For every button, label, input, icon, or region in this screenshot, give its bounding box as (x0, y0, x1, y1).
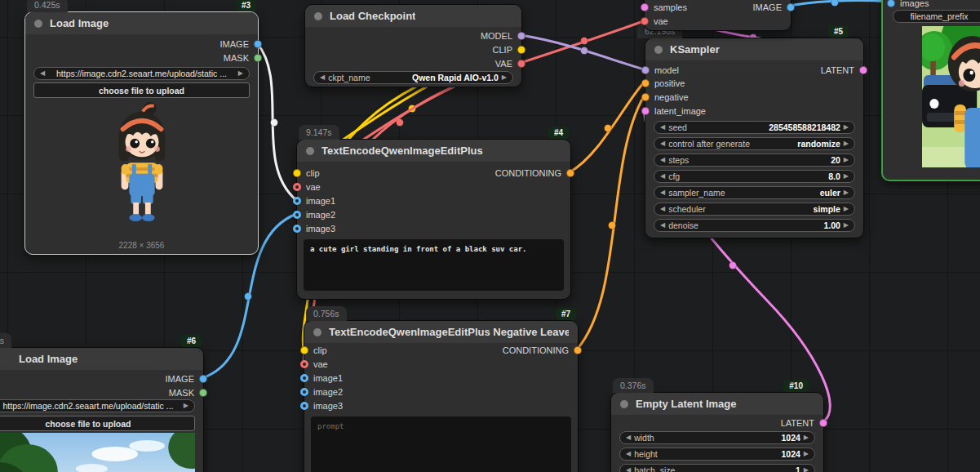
combo-next-icon[interactable]: ▶ (804, 467, 809, 472)
model-output-port[interactable] (517, 32, 525, 40)
latent-output-port[interactable] (819, 419, 827, 427)
latent-image-input-port[interactable] (641, 107, 650, 115)
combo-next-icon[interactable]: ▶ (844, 124, 849, 131)
image-output-port[interactable] (254, 40, 262, 48)
combo-next-icon[interactable]: ▶ (844, 206, 849, 212)
input-clip: clip (293, 167, 320, 179)
node-load-image-3[interactable]: 0.425s #3 Load Image IMAGE MASK ◀ https:… (24, 11, 259, 255)
output-clip: CLIP (493, 44, 525, 56)
node-titlebar[interactable]: Load Checkpoint (305, 5, 521, 27)
collapse-dot-icon[interactable] (654, 46, 663, 54)
scheduler-combo[interactable]: ◀ scheduler simple ▶ (654, 203, 855, 216)
vae-output-port[interactable] (517, 60, 525, 68)
cfg-combo[interactable]: ◀ cfg 8.0 ▶ (654, 170, 855, 183)
latent-output-port[interactable] (859, 66, 867, 74)
combo-prev-icon[interactable]: ◀ (40, 70, 45, 77)
collapse-dot-icon[interactable] (34, 20, 42, 28)
width-combo[interactable]: ◀ width 1024 ▶ (619, 431, 815, 444)
ckpt-name-combo[interactable]: ◀ ckpt_name Qwen Rapid AIO-v1.0 ▶ (313, 71, 513, 84)
combo-prev-icon[interactable]: ◀ (660, 157, 665, 163)
collapse-dot-icon[interactable] (306, 147, 314, 155)
node-id-badge: #5 (828, 25, 849, 38)
height-combo[interactable]: ◀ height 1024 ▶ (619, 448, 815, 461)
node-load-image-6[interactable]: 30s #6 Load Image IMAGE MASK ◀ https://i… (0, 347, 204, 472)
image-output-port[interactable] (787, 3, 795, 11)
samples-input-port[interactable] (641, 3, 649, 11)
conditioning-output-port[interactable] (566, 169, 574, 177)
image-dimensions-caption: 2228 × 3656 (25, 241, 258, 250)
steps-combo[interactable]: ◀ steps 20 ▶ (654, 154, 855, 167)
clip-input-port[interactable] (293, 169, 301, 177)
node-empty-latent[interactable]: 0.376s #10 Empty Latent Image LATENT ◀ w… (610, 392, 824, 472)
combo-next-icon[interactable]: ▶ (184, 403, 188, 409)
node-titlebar[interactable]: Load Image (0, 348, 203, 370)
node-titlebar[interactable]: TextEncodeQwenImageEditPlus Negative Lea… (304, 321, 578, 343)
combo-next-icon[interactable]: ▶ (804, 451, 809, 457)
positive-input-port[interactable] (641, 79, 650, 87)
combo-prev-icon[interactable]: ◀ (660, 173, 665, 180)
conditioning-output-port[interactable] (574, 346, 582, 354)
combo-next-icon[interactable]: ▶ (502, 74, 507, 81)
image3-input-port[interactable] (300, 402, 308, 410)
node-text-encode-negative[interactable]: 0.756s #7 TextEncodeQwenImageEditPlus Ne… (304, 320, 579, 472)
collapse-dot-icon[interactable] (620, 400, 628, 408)
image3-input-port[interactable] (293, 225, 301, 233)
node-vae-decode[interactable]: samples vae IMAGE (644, 0, 792, 31)
combo-prev-icon[interactable]: ◀ (660, 206, 665, 212)
image-url-combo[interactable]: ◀ https://image.cdn2.seaart.me/upload/st… (0, 399, 195, 412)
combo-prev-icon[interactable]: ◀ (320, 74, 325, 81)
node-titlebar[interactable]: Load Image (25, 12, 258, 34)
node-load-checkpoint[interactable]: Load Checkpoint MODEL CLIP VAE ◀ ckpt_na… (304, 4, 522, 87)
node-titlebar[interactable]: TextEncodeQwenImageEditPlus (297, 140, 570, 162)
clip-input-port[interactable] (300, 346, 308, 354)
image-url-combo[interactable]: ◀ https://image.cdn2.seaart.me/upload/st… (33, 67, 250, 80)
output-image: IMAGE (220, 38, 262, 50)
combo-prev-icon[interactable]: ◀ (660, 124, 665, 131)
images-input-port[interactable] (887, 0, 895, 7)
combo-next-icon[interactable]: ▶ (804, 434, 809, 441)
node-titlebar[interactable]: Empty Latent Image (611, 393, 823, 415)
node-title: TextEncodeQwenImageEditPlus Negative Lea… (329, 326, 569, 338)
node-ksampler[interactable]: 62.198s #5 KSampler model positive negat… (645, 38, 864, 238)
combo-prev-icon[interactable]: ◀ (660, 222, 665, 229)
seed-combo[interactable]: ◀ seed 285458588218482 ▶ (654, 121, 855, 134)
filename-prefix-combo[interactable]: filename_prefix (893, 10, 980, 23)
combo-next-icon[interactable]: ▶ (238, 70, 243, 77)
image1-input-port[interactable] (300, 374, 308, 382)
batch-size-combo[interactable]: ◀ batch_size 1 ▶ (619, 464, 815, 472)
image2-input-port[interactable] (300, 388, 308, 396)
combo-prev-icon[interactable]: ◀ (660, 140, 665, 147)
combo-next-icon[interactable]: ▶ (844, 173, 849, 180)
vae-input-port[interactable] (641, 17, 649, 25)
prompt-textarea[interactable]: a cute girl standing in front of a black… (304, 239, 564, 291)
image1-input-port[interactable] (293, 197, 301, 205)
prompt-textarea[interactable]: prompt (311, 416, 571, 472)
combo-next-icon[interactable]: ▶ (844, 222, 849, 229)
vae-input-port[interactable] (293, 183, 301, 191)
control-after-generate-combo[interactable]: ◀ control after generate randomize ▶ (654, 137, 855, 150)
choose-file-button[interactable]: choose file to upload (0, 416, 195, 431)
combo-prev-icon[interactable]: ◀ (626, 451, 631, 457)
mask-output-port[interactable] (254, 54, 262, 62)
collapse-dot-icon[interactable] (313, 328, 321, 336)
negative-input-port[interactable] (641, 93, 650, 101)
denoise-combo[interactable]: ◀ denoise 1.00 ▶ (654, 219, 855, 232)
combo-prev-icon[interactable]: ◀ (626, 434, 631, 441)
node-text-encode-positive[interactable]: 9.147s #4 TextEncodeQwenImageEditPlus cl… (296, 139, 571, 300)
combo-next-icon[interactable]: ▶ (844, 140, 849, 147)
clip-output-port[interactable] (517, 46, 525, 54)
node-save-image[interactable]: images filename_prefix 10 (881, 0, 980, 181)
image-output-port[interactable] (199, 375, 207, 383)
node-titlebar[interactable]: KSampler (645, 38, 863, 60)
sampler-name-combo[interactable]: ◀ sampler_name euler ▶ (654, 186, 855, 199)
combo-next-icon[interactable]: ▶ (844, 189, 849, 196)
combo-next-icon[interactable]: ▶ (844, 157, 849, 163)
choose-file-button[interactable]: choose file to upload (33, 82, 250, 98)
image2-input-port[interactable] (293, 211, 301, 219)
combo-prev-icon[interactable]: ◀ (660, 189, 665, 196)
mask-output-port[interactable] (199, 389, 207, 397)
combo-prev-icon[interactable]: ◀ (626, 467, 631, 472)
vae-input-port[interactable] (300, 360, 308, 368)
collapse-dot-icon[interactable] (314, 12, 322, 20)
model-input-port[interactable] (641, 66, 650, 74)
